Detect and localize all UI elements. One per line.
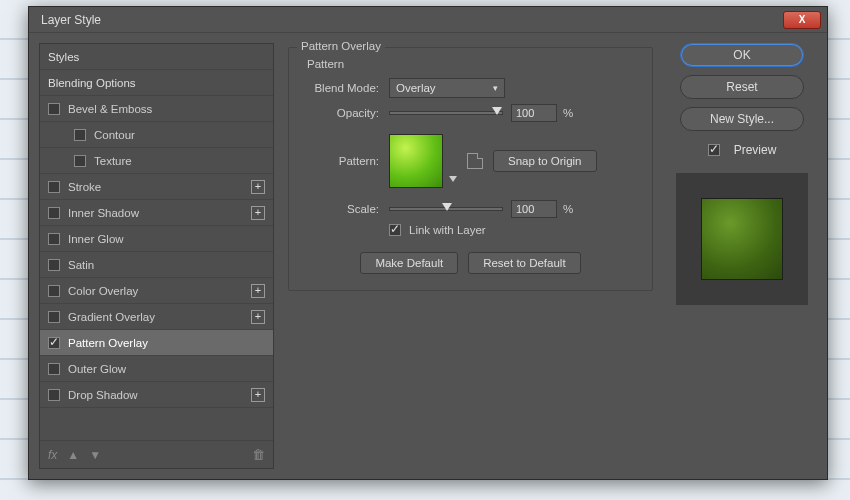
blend-mode-select[interactable]: Overlay ▾	[389, 78, 505, 98]
effect-checkbox[interactable]	[48, 181, 60, 193]
settings-panel: Pattern Overlay Pattern Blend Mode: Over…	[284, 43, 657, 469]
preview-swatch	[701, 198, 783, 280]
effect-label: Inner Glow	[68, 233, 124, 245]
blending-options[interactable]: Blending Options	[40, 70, 273, 96]
effect-row-drop-shadow[interactable]: Drop Shadow+	[40, 382, 273, 408]
add-effect-icon[interactable]: +	[251, 388, 265, 402]
add-effect-icon[interactable]: +	[251, 180, 265, 194]
preview-checkbox[interactable]	[708, 144, 720, 156]
effect-checkbox[interactable]	[48, 363, 60, 375]
default-buttons: Make Default Reset to Default	[301, 252, 640, 274]
effect-label: Contour	[94, 129, 135, 141]
action-panel: OK Reset New Style... Preview	[667, 43, 817, 469]
scale-label: Scale:	[301, 203, 379, 215]
effect-row-contour[interactable]: Contour	[40, 122, 273, 148]
effect-label: Satin	[68, 259, 94, 271]
chevron-down-icon[interactable]	[449, 176, 457, 182]
scale-input[interactable]: 100	[511, 200, 557, 218]
effect-label: Gradient Overlay	[68, 311, 155, 323]
effect-checkbox[interactable]	[48, 311, 60, 323]
pattern-row: Pattern: Snap to Origin	[301, 134, 640, 188]
effect-row-satin[interactable]: Satin	[40, 252, 273, 278]
slider-thumb-icon[interactable]	[492, 107, 502, 115]
effect-checkbox[interactable]	[48, 103, 60, 115]
effect-row-inner-shadow[interactable]: Inner Shadow+	[40, 200, 273, 226]
opacity-input[interactable]: 100	[511, 104, 557, 122]
pattern-overlay-group: Pattern Overlay Pattern Blend Mode: Over…	[288, 47, 653, 291]
add-effect-icon[interactable]: +	[251, 310, 265, 324]
link-with-layer-row[interactable]: Link with Layer	[389, 224, 640, 236]
effect-row-pattern-overlay[interactable]: Pattern Overlay	[40, 330, 273, 356]
effect-checkbox[interactable]	[74, 129, 86, 141]
effect-row-texture[interactable]: Texture	[40, 148, 273, 174]
effect-label: Outer Glow	[68, 363, 126, 375]
blend-mode-label: Blend Mode:	[301, 82, 379, 94]
percent-unit: %	[563, 107, 573, 119]
dialog-title: Layer Style	[41, 13, 101, 27]
opacity-row: Opacity: 100 %	[301, 104, 640, 122]
effect-label: Texture	[94, 155, 132, 167]
effect-row-gradient-overlay[interactable]: Gradient Overlay+	[40, 304, 273, 330]
effect-row-inner-glow[interactable]: Inner Glow	[40, 226, 273, 252]
make-default-button[interactable]: Make Default	[360, 252, 458, 274]
arrow-up-icon[interactable]: ▲	[67, 448, 79, 462]
close-button[interactable]: X	[783, 11, 821, 29]
effect-row-color-overlay[interactable]: Color Overlay+	[40, 278, 273, 304]
effect-checkbox[interactable]	[48, 389, 60, 401]
new-preset-icon[interactable]	[467, 153, 483, 169]
layer-style-dialog: Layer Style X Styles Blending Options Be…	[28, 6, 828, 480]
chevron-down-icon: ▾	[493, 83, 498, 93]
arrow-down-icon[interactable]: ▼	[89, 448, 101, 462]
effect-label: Pattern Overlay	[68, 337, 148, 349]
opacity-slider[interactable]	[389, 111, 503, 115]
pattern-swatch[interactable]	[389, 134, 443, 188]
slider-thumb-icon[interactable]	[442, 203, 452, 211]
ok-button[interactable]: OK	[680, 43, 804, 67]
trash-icon[interactable]: 🗑	[252, 447, 265, 462]
effects-footer: fx ▲ ▼ 🗑	[40, 440, 273, 468]
titlebar[interactable]: Layer Style X	[29, 7, 827, 33]
pattern-label: Pattern:	[301, 155, 379, 167]
effect-checkbox[interactable]	[48, 259, 60, 271]
dialog-body: Styles Blending Options Bevel & EmbossCo…	[29, 33, 827, 479]
effect-checkbox[interactable]	[48, 207, 60, 219]
pattern-subtitle: Pattern	[307, 58, 640, 70]
scale-row: Scale: 100 %	[301, 200, 640, 218]
effect-checkbox[interactable]	[48, 337, 60, 349]
effects-list: Styles Blending Options Bevel & EmbossCo…	[40, 44, 273, 440]
percent-unit: %	[563, 203, 573, 215]
effect-label: Color Overlay	[68, 285, 138, 297]
opacity-label: Opacity:	[301, 107, 379, 119]
preview-box	[676, 173, 808, 305]
effect-checkbox[interactable]	[48, 233, 60, 245]
add-effect-icon[interactable]: +	[251, 284, 265, 298]
close-icon: X	[799, 14, 806, 25]
group-title: Pattern Overlay	[297, 40, 385, 52]
reset-button[interactable]: Reset	[680, 75, 804, 99]
scale-slider[interactable]	[389, 207, 503, 211]
effect-label: Bevel & Emboss	[68, 103, 152, 115]
effect-row-stroke[interactable]: Stroke+	[40, 174, 273, 200]
styles-header[interactable]: Styles	[40, 44, 273, 70]
effect-row-outer-glow[interactable]: Outer Glow	[40, 356, 273, 382]
effect-label: Stroke	[68, 181, 101, 193]
preview-toggle[interactable]: Preview	[708, 143, 777, 157]
reset-to-default-button[interactable]: Reset to Default	[468, 252, 580, 274]
fx-menu[interactable]: fx	[48, 448, 57, 462]
snap-to-origin-button[interactable]: Snap to Origin	[493, 150, 597, 172]
add-effect-icon[interactable]: +	[251, 206, 265, 220]
effect-checkbox[interactable]	[74, 155, 86, 167]
new-style-button[interactable]: New Style...	[680, 107, 804, 131]
effect-checkbox[interactable]	[48, 285, 60, 297]
effect-label: Inner Shadow	[68, 207, 139, 219]
link-checkbox[interactable]	[389, 224, 401, 236]
effect-label: Drop Shadow	[68, 389, 138, 401]
blend-mode-row: Blend Mode: Overlay ▾	[301, 78, 640, 98]
effects-panel: Styles Blending Options Bevel & EmbossCo…	[39, 43, 274, 469]
effect-row-bevel-emboss[interactable]: Bevel & Emboss	[40, 96, 273, 122]
